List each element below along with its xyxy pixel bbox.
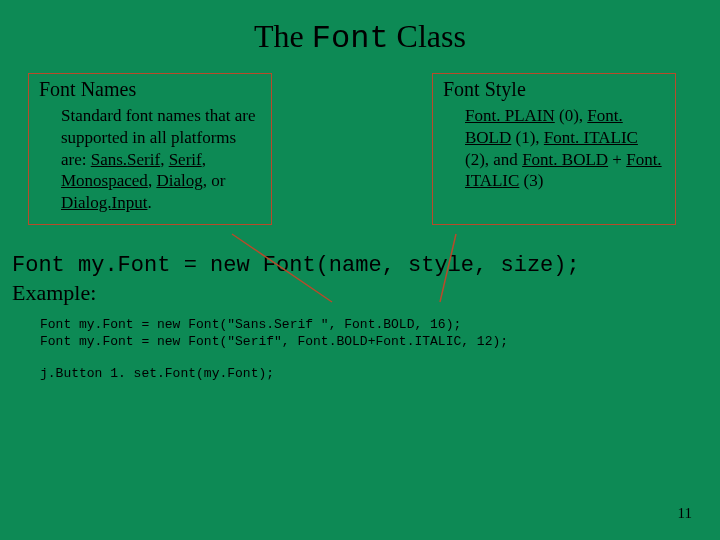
title-post: Class <box>389 18 466 54</box>
font-names-body: Standard font names that are supported i… <box>39 105 261 214</box>
font-style-heading: Font Style <box>443 78 665 101</box>
font-style-body: Font. PLAIN (0), Font. BOLD (1), Font. I… <box>443 105 665 192</box>
page-number: 11 <box>678 505 692 522</box>
title-pre: The <box>254 18 312 54</box>
font-names-heading: Font Names <box>39 78 261 101</box>
slide-title: The Font Class <box>0 0 720 73</box>
example-code-1: Font my.Font = new Font("Sans.Serif ", F… <box>0 316 720 351</box>
title-mono: Font <box>312 20 389 57</box>
example-label: Example: <box>0 280 720 306</box>
example-code-2: j.Button 1. set.Font(my.Font); <box>0 365 720 383</box>
boxes-row: Font Names Standard font names that are … <box>0 73 720 225</box>
font-style-box: Font Style Font. PLAIN (0), Font. BOLD (… <box>432 73 676 225</box>
constructor-line: Font my.Font = new Font(name, style, siz… <box>0 253 720 278</box>
font-names-box: Font Names Standard font names that are … <box>28 73 272 225</box>
